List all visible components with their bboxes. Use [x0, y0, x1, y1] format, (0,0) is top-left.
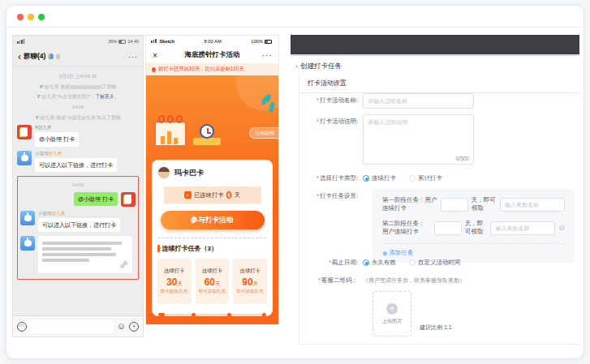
task-card[interactable]: 连续打卡 60天 即可获取礼包: [196, 259, 230, 304]
plus-circle-icon: ⊕: [382, 250, 387, 257]
message-row: 小助理@九夷 可以进入以下链接，进行打卡: [17, 151, 139, 172]
stage1-reward-input[interactable]: [500, 198, 565, 212]
battery-icon: [265, 40, 272, 44]
stage2-days-input[interactable]: [434, 221, 462, 235]
notice-text: 群打卡已开始10天，距结束还剩100天: [158, 66, 244, 73]
task-card[interactable]: 连续打卡 90天 即可获取礼包: [233, 259, 267, 304]
status-right: 100%: [251, 39, 273, 44]
divider: [158, 238, 266, 238]
section-accent-bar: [157, 245, 160, 252]
message-row: 小助理@九夷 可以进入以下链接，进行打卡: [20, 211, 136, 232]
radio-icon: [363, 259, 369, 266]
redacted-text: [42, 259, 89, 263]
message-bubble[interactable]: @小助理 打卡: [35, 132, 79, 146]
link-card[interactable]: [38, 236, 132, 273]
status-right: 36%14:40: [108, 39, 139, 44]
field-label: *截止日期:: [299, 259, 363, 267]
activity-info-tag[interactable]: 活动说明: [249, 127, 278, 139]
chat-message-list[interactable]: 9月2日 上午09:36 Y"@九夷"邀请了群聊 Y"@九夷"为企业微信用户，了…: [13, 66, 143, 315]
emoji-icon[interactable]: ☺: [117, 322, 126, 331]
upload-image-box[interactable]: + 上传图片: [373, 291, 411, 336]
zoom-window-button[interactable]: [38, 14, 45, 20]
task-card[interactable]: 连续打卡 30天 即可获取礼包: [157, 259, 192, 304]
field-qr-code: *客服二维码： （用户完成任务后，联系客服领取奖励）: [299, 273, 575, 285]
battery-percent: 100%: [251, 39, 263, 44]
signal-icon: [151, 39, 157, 43]
progress-fill: [158, 313, 165, 316]
username: 玛卡巴卡: [174, 168, 204, 178]
progress-point: [262, 313, 266, 317]
field-activity-name: *打卡活动名称:: [299, 93, 575, 109]
system-verify-message: Y"@九夷"为企业微信用户，了解更多。: [17, 93, 139, 101]
carrier: Sketch: [151, 39, 174, 44]
bot-avatar[interactable]: [20, 211, 35, 225]
chat-title: 群聊(4): [24, 52, 45, 62]
task-label: 连续打卡: [164, 268, 184, 275]
message-bubble[interactable]: 可以进入以下链接，进行打卡: [38, 218, 120, 232]
task-label: 连续打卡: [202, 268, 222, 275]
learn-more-link[interactable]: 了解更多。: [95, 94, 118, 99]
streak-ribbon: ✓ 已连续打卡 0 天: [164, 186, 261, 203]
close-icon[interactable]: ×: [153, 51, 169, 60]
more-icon[interactable]: ···: [256, 51, 272, 59]
sent-message-bubble[interactable]: @小助理 打卡: [74, 192, 118, 206]
more-icon[interactable]: ···: [128, 53, 138, 61]
wechat-chat-panel: 36%14:40 ‹ 群聊(4) ··· 9月2日 上午09:36 Y"@九夷"…: [12, 35, 144, 337]
upload-label: 上传图片: [381, 318, 402, 325]
add-task-link[interactable]: ⊕ 添加任务: [382, 249, 413, 257]
tab-activity-settings[interactable]: 打卡活动设置: [299, 74, 579, 93]
breadcrumb: ‹ 创建打卡任务: [295, 62, 342, 71]
admin-panel: ‹ 创建打卡任务 打卡活动设置 *打卡活动名称: *打卡活动说明: 0/500 …: [289, 35, 579, 356]
join-activity-button[interactable]: 参与打卡活动: [161, 211, 265, 229]
field-hint: （用户完成任务后，联系客服领取奖励）: [363, 273, 465, 285]
window-titlebar: [6, 6, 584, 28]
page-title: 创建打卡任务: [300, 62, 342, 71]
stage2-reward-input[interactable]: [490, 221, 555, 235]
radio-cumulative-checkin[interactable]: 累计打卡: [409, 174, 442, 182]
field-label: *打卡活动说明:: [299, 114, 363, 126]
progress-point: [192, 313, 196, 317]
tasks-section-header: 连续打卡任务（3）: [157, 244, 267, 253]
checkin-card: 玛卡巴卡 ✓ 已连续打卡 0 天 参与打卡活动 连续打卡任务（3） 连续打卡: [152, 160, 273, 316]
chat-time: 14:08: [17, 104, 139, 111]
chat-time: 14:40: [20, 182, 136, 189]
top-dark-bar: [291, 35, 579, 56]
field-checkin-type: *选择打卡类型: 连续打卡 累计打卡: [299, 174, 575, 182]
message-bubble[interactable]: 可以进入以下链接，进行打卡: [35, 158, 117, 172]
stage1-days-input[interactable]: [441, 198, 468, 212]
field-label: *选择打卡类型:: [299, 174, 363, 182]
back-icon[interactable]: ‹: [295, 62, 298, 71]
radio-permanent[interactable]: 永久有效: [363, 259, 396, 267]
form-card: 打卡活动设置 *打卡活动名称: *打卡活动说明: 0/500 *选择打卡类型: …: [299, 74, 579, 345]
divider: [382, 243, 565, 244]
battery-icon: [118, 40, 126, 44]
bot-avatar[interactable]: [17, 151, 32, 165]
remove-stage-icon[interactable]: ⊖: [558, 225, 565, 232]
voice-icon[interactable]: ◠: [17, 322, 27, 332]
field-label: *打卡任务设置:: [299, 189, 363, 200]
activity-name-input[interactable]: [363, 93, 474, 109]
radio-icon: [363, 175, 369, 182]
alarm-clock-icon: [200, 124, 214, 139]
radio-continuous-checkin[interactable]: 连续打卡: [363, 174, 396, 182]
calendar-illustration: [154, 121, 187, 145]
message-input[interactable]: [30, 320, 114, 333]
message-row: Y@九夷 @小助理 打卡: [17, 125, 139, 146]
radio-custom-time[interactable]: 自定义活动时间: [409, 259, 461, 267]
phone-status-bar: Sketch 8:00 AM 100%: [146, 36, 278, 47]
field-deadline: *截止日期: 永久有效 自定义活动时间: [299, 259, 575, 267]
minimize-window-button[interactable]: [28, 14, 34, 20]
bell-icon: [152, 67, 156, 72]
user-row: 玛卡巴卡: [157, 166, 267, 179]
chat-date: 9月2日 上午09:36: [17, 73, 139, 80]
task-stage-row: 第一阶段任务：用户连续打卡 天，即可领取: [382, 196, 565, 212]
close-window-button[interactable]: [17, 14, 24, 20]
check-icon: ✓: [184, 191, 192, 199]
user-avatar[interactable]: [121, 192, 136, 207]
back-icon[interactable]: ‹: [18, 52, 21, 62]
bot-avatar[interactable]: [20, 236, 35, 251]
radio-icon: [409, 175, 416, 182]
user-avatar[interactable]: [17, 125, 32, 139]
plus-icon[interactable]: +: [129, 322, 139, 332]
avatar: [157, 166, 170, 179]
